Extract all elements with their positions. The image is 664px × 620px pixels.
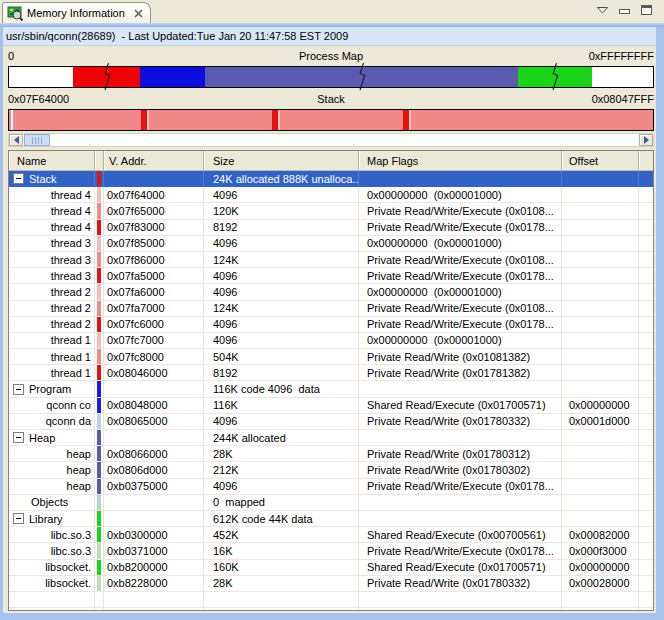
table-row[interactable]: libc.so.30xb0300000452KShared Read/Execu… <box>9 527 653 543</box>
cell-offset <box>562 381 639 396</box>
table-row[interactable]: thread 10x080460008192Private Read/Write… <box>9 365 653 381</box>
close-icon[interactable] <box>134 9 143 18</box>
cell-offset <box>562 365 639 380</box>
table-row[interactable]: qconn co0x08048000116KShared Read/Execut… <box>9 398 653 414</box>
cell-color-indicator <box>95 576 104 591</box>
cell-color-indicator <box>95 268 104 283</box>
cell-vaddr <box>104 495 204 510</box>
cell-size: 4096 <box>204 268 359 283</box>
row-label: Program <box>29 383 71 395</box>
cell-filler <box>639 479 653 494</box>
table-body: Stack24K allocated 888K unalloca...threa… <box>9 171 653 610</box>
memory-type-stripe <box>97 511 101 526</box>
process-info-bar: usr/sbin/qconn(28689) - Last Updated:Tue… <box>3 27 656 46</box>
column-header-name[interactable]: Name <box>9 151 95 170</box>
memory-type-stripe <box>97 414 101 429</box>
table-row[interactable]: heap0x0806600028KPrivate Read/Write (0x0… <box>9 446 653 462</box>
cell-name <box>9 608 95 610</box>
cell-filler <box>639 171 653 186</box>
table-row[interactable]: thread 10x07fc700040960x00000000 (0x0000… <box>9 333 653 349</box>
collapse-icon[interactable] <box>13 384 24 395</box>
process-map-bar[interactable] <box>8 66 654 88</box>
table-row[interactable]: thread 40x07f6400040960x00000000 (0x0000… <box>9 187 653 203</box>
table-row[interactable]: Heap244K allocated <box>9 430 653 446</box>
view-menu-icon[interactable] <box>597 7 608 14</box>
table-row[interactable]: libsocket.0xb822800028KPrivate Read/Writ… <box>9 576 653 592</box>
cell-name: thread 4 <box>9 220 95 235</box>
minimize-icon[interactable] <box>619 6 630 16</box>
cell-vaddr <box>104 511 204 526</box>
cell-filler <box>639 527 653 542</box>
table-row[interactable]: Library612K code 44K data <box>9 511 653 527</box>
table-row[interactable]: thread 10x07fc8000504KPrivate Read/Write… <box>9 349 653 365</box>
cell-offset <box>562 317 639 332</box>
cell-size: 452K <box>204 527 359 542</box>
table-row[interactable]: heap0xb03750004096Private Read/Write/Exe… <box>9 479 653 495</box>
cell-vaddr: 0x07f85000 <box>104 236 204 251</box>
table-row[interactable]: heap0x0806d000212KPrivate Read/Write (0x… <box>9 462 653 478</box>
table-row[interactable]: libsocket.0xb8200000160KShared Read/Exec… <box>9 560 653 576</box>
maximize-icon[interactable] <box>641 5 652 16</box>
cell-offset <box>562 349 639 364</box>
memory-type-stripe <box>97 479 101 494</box>
table-row[interactable]: thread 40x07f830008192Private Read/Write… <box>9 220 653 236</box>
cell-name: thread 2 <box>9 317 95 332</box>
scroll-right-button[interactable] <box>639 134 653 146</box>
cell-vaddr: 0x07f83000 <box>104 220 204 235</box>
cell-size: 4096 <box>204 414 359 429</box>
cell-offset <box>562 284 639 299</box>
process-map-labels: 0 Process Map 0xFFFFFFFF <box>8 49 654 65</box>
cell-offset <box>562 479 639 494</box>
table-row[interactable]: libc.so.30xb037100016KPrivate Read/Write… <box>9 543 653 559</box>
memory-type-stripe <box>97 446 101 461</box>
cell-color-indicator <box>95 527 104 542</box>
scrollbar-thumb[interactable] <box>24 134 50 146</box>
cell-name: thread 1 <box>9 365 95 380</box>
table-row[interactable]: thread 20x07fc60004096Private Read/Write… <box>9 317 653 333</box>
cell-color-indicator <box>95 462 104 477</box>
column-header-size[interactable]: Size <box>204 151 359 170</box>
horizontal-scrollbar[interactable] <box>8 133 654 147</box>
cell-size: 4096 <box>204 317 359 332</box>
cell-name: Program <box>9 381 95 396</box>
cell-color-indicator <box>95 365 104 380</box>
table-row[interactable]: thread 40x07f65000120KPrivate Read/Write… <box>9 203 653 219</box>
collapse-icon[interactable] <box>13 173 24 184</box>
cell-vaddr <box>104 430 204 445</box>
table-row[interactable]: thread 30x07fa50004096Private Read/Write… <box>9 268 653 284</box>
column-header-flags[interactable]: Map Flags <box>359 151 562 170</box>
cell-color-indicator <box>95 592 104 607</box>
cell-filler <box>639 349 653 364</box>
table-row[interactable]: Program116K code 4096 data <box>9 381 653 397</box>
stack-map-title: Stack <box>8 93 654 105</box>
cell-size <box>204 592 359 607</box>
table-row[interactable]: thread 20x07fa600040960x00000000 (0x0000… <box>9 284 653 300</box>
table-row[interactable]: Stack24K allocated 888K unalloca... <box>9 171 653 187</box>
table-row[interactable]: Objects0 mapped <box>9 495 653 511</box>
tab-bar: Memory Information <box>0 0 664 23</box>
process-map-segment <box>518 67 592 87</box>
tab-memory-information[interactable]: Memory Information <box>2 2 151 23</box>
cell-color-indicator <box>95 511 104 526</box>
stack-bar-left-sliver <box>11 110 13 130</box>
table-row[interactable]: thread 30x07f8500040960x00000000 (0x0000… <box>9 236 653 252</box>
table-row-empty <box>9 592 653 608</box>
scroll-left-button[interactable] <box>9 134 23 146</box>
cell-offset <box>562 430 639 445</box>
collapse-icon[interactable] <box>13 513 24 524</box>
cell-name: Library <box>9 511 95 526</box>
cell-size: 504K <box>204 349 359 364</box>
column-header-offset[interactable]: Offset <box>562 151 639 170</box>
stack-map-bar[interactable] <box>8 109 654 131</box>
table-row[interactable]: thread 20x07fa7000124KPrivate Read/Write… <box>9 301 653 317</box>
memory-analysis-icon <box>7 5 23 21</box>
cell-filler <box>639 268 653 283</box>
column-header-vaddr[interactable]: V. Addr. <box>104 151 204 170</box>
table-row[interactable]: qconn da0x080650004096Private Read/Write… <box>9 414 653 430</box>
collapse-icon[interactable] <box>13 432 24 443</box>
table-row[interactable]: thread 30x07f86000124KPrivate Read/Write… <box>9 252 653 268</box>
memory-type-stripe <box>97 333 101 348</box>
memory-type-stripe <box>97 381 101 396</box>
stack-guard-marker-gap <box>409 110 411 130</box>
cell-flags: Private Read/Write (0x01081382) <box>359 349 562 364</box>
